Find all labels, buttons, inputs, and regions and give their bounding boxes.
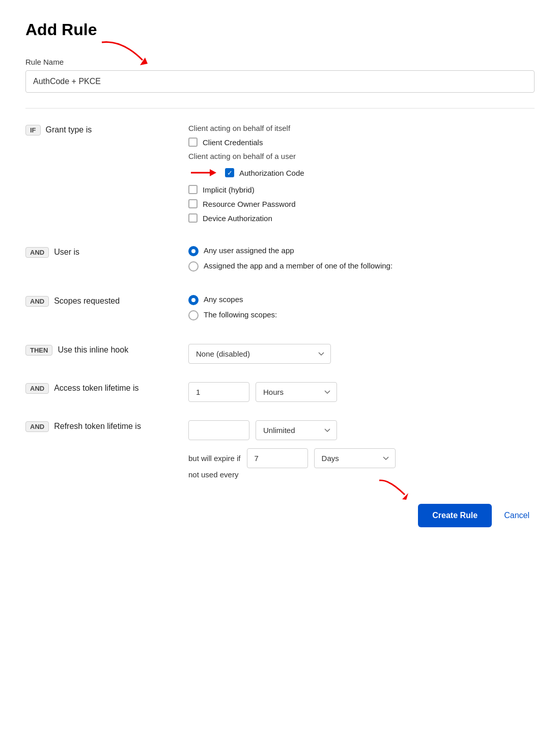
expire-unit-select[interactable]: Days Hours Minutes bbox=[314, 448, 396, 468]
expire-label-2: not used every bbox=[188, 470, 238, 479]
checkbox-item-implicit[interactable]: Implicit (hybrid) bbox=[188, 185, 535, 194]
footer-actions: Create Rule Cancel bbox=[25, 504, 535, 527]
refresh-token-input[interactable] bbox=[188, 420, 249, 440]
refresh-token-content: Unlimited Hours Minutes Days but will ex… bbox=[188, 420, 535, 479]
and-badge-refresh: AND bbox=[25, 421, 49, 432]
inline-hook-select[interactable]: None (disabled) bbox=[188, 344, 331, 364]
access-token-input[interactable] bbox=[188, 382, 249, 402]
access-token-condition-label: AND Access token lifetime is bbox=[25, 382, 188, 394]
group-label-itself: Client acting on behalf of itself bbox=[188, 124, 535, 132]
refresh-token-row: Unlimited Hours Minutes Days bbox=[188, 420, 535, 440]
scopes-options: Any scopes The following scopes: bbox=[188, 295, 535, 326]
any-scopes-radio[interactable] bbox=[188, 295, 199, 305]
arrow-to-authcode-icon bbox=[188, 166, 219, 180]
access-token-label: Access token lifetime is bbox=[54, 383, 138, 393]
rule-name-label: Rule Name bbox=[25, 58, 535, 66]
inline-hook-content: None (disabled) bbox=[188, 344, 535, 364]
checkbox-item-device-auth[interactable]: Device Authorization bbox=[188, 213, 535, 223]
user-is-section: AND User is Any user assigned the app As… bbox=[25, 246, 535, 277]
footer: Create Rule Cancel bbox=[25, 504, 535, 527]
implicit-label: Implicit (hybrid) bbox=[203, 185, 255, 194]
refresh-token-condition-label: AND Refresh token lifetime is bbox=[25, 420, 188, 432]
checkbox-item-authorization-code[interactable]: ✓ Authorization Code bbox=[188, 166, 535, 180]
checkbox-item-resource-owner[interactable]: Resource Owner Password bbox=[188, 199, 535, 208]
client-credentials-checkbox[interactable] bbox=[188, 138, 198, 147]
device-auth-label: Device Authorization bbox=[203, 214, 272, 223]
refresh-token-label: Refresh token lifetime is bbox=[54, 421, 141, 431]
svg-marker-1 bbox=[210, 169, 216, 176]
scopes-label: Scopes requested bbox=[54, 296, 120, 306]
radio-assigned-member[interactable]: Assigned the app and a member of one of … bbox=[188, 261, 535, 272]
expire-value-input[interactable] bbox=[247, 448, 308, 468]
resource-owner-label: Resource Owner Password bbox=[203, 200, 296, 208]
rule-name-section: Rule Name bbox=[25, 58, 535, 93]
user-is-label: User is bbox=[54, 247, 79, 257]
following-scopes-radio[interactable] bbox=[188, 310, 199, 320]
access-token-row: Hours Minutes Days bbox=[188, 382, 535, 402]
expire-label-1: but will expire if bbox=[188, 454, 241, 463]
expire-row: but will expire if Days Hours Minutes bbox=[188, 448, 535, 468]
expire-label-2-wrapper: not used every bbox=[188, 470, 535, 479]
inline-hook-condition-label: THEN Use this inline hook bbox=[25, 344, 188, 356]
any-user-label: Any user assigned the app bbox=[204, 246, 294, 255]
if-badge: IF bbox=[25, 125, 41, 136]
following-scopes-label: The following scopes: bbox=[204, 310, 277, 319]
refresh-token-section: AND Refresh token lifetime is Unlimited … bbox=[25, 420, 535, 479]
any-user-radio[interactable] bbox=[188, 246, 199, 256]
arrow-to-create-icon bbox=[374, 475, 415, 501]
scopes-section: AND Scopes requested Any scopes The foll… bbox=[25, 295, 535, 326]
grant-type-condition-label: IF Grant type is bbox=[25, 124, 188, 136]
and-badge-user: AND bbox=[25, 247, 49, 258]
section-divider bbox=[25, 108, 535, 109]
user-is-options: Any user assigned the app Assigned the a… bbox=[188, 246, 535, 277]
create-rule-button[interactable]: Create Rule bbox=[418, 504, 492, 527]
grant-type-label: Grant type is bbox=[46, 125, 92, 134]
then-badge: THEN bbox=[25, 345, 52, 356]
authorization-code-checkbox[interactable]: ✓ bbox=[225, 168, 234, 177]
inline-hook-label: Use this inline hook bbox=[58, 345, 128, 355]
grant-type-section: IF Grant type is Client acting on behalf… bbox=[25, 124, 535, 228]
refresh-token-unit-select[interactable]: Unlimited Hours Minutes Days bbox=[256, 420, 337, 440]
grant-type-options: Client acting on behalf of itself Client… bbox=[188, 124, 535, 228]
and-badge-scopes: AND bbox=[25, 296, 49, 307]
radio-any-user[interactable]: Any user assigned the app bbox=[188, 246, 535, 256]
inline-hook-section: THEN Use this inline hook None (disabled… bbox=[25, 344, 535, 364]
assigned-member-radio[interactable] bbox=[188, 261, 199, 272]
cancel-link[interactable]: Cancel bbox=[504, 511, 529, 520]
radio-following-scopes[interactable]: The following scopes: bbox=[188, 310, 535, 320]
access-token-content: Hours Minutes Days bbox=[188, 382, 535, 402]
access-token-section: AND Access token lifetime is Hours Minut… bbox=[25, 382, 535, 402]
any-scopes-label: Any scopes bbox=[204, 295, 243, 304]
client-credentials-label: Client Credentials bbox=[203, 138, 263, 147]
radio-any-scopes[interactable]: Any scopes bbox=[188, 295, 535, 305]
device-auth-checkbox[interactable] bbox=[188, 213, 198, 223]
access-token-unit-select[interactable]: Hours Minutes Days bbox=[256, 382, 337, 402]
page-title: Add Rule bbox=[25, 20, 535, 39]
assigned-member-label: Assigned the app and a member of one of … bbox=[204, 261, 393, 270]
and-badge-access: AND bbox=[25, 383, 49, 394]
group-label-user: Client acting on behalf of a user bbox=[188, 152, 535, 160]
user-is-condition-label: AND User is bbox=[25, 246, 188, 258]
checkbox-item-client-credentials[interactable]: Client Credentials bbox=[188, 138, 535, 147]
scopes-condition-label: AND Scopes requested bbox=[25, 295, 188, 307]
implicit-checkbox[interactable] bbox=[188, 185, 198, 194]
authorization-code-label: Authorization Code bbox=[239, 169, 304, 177]
resource-owner-checkbox[interactable] bbox=[188, 199, 198, 208]
rule-name-input[interactable] bbox=[25, 70, 535, 93]
